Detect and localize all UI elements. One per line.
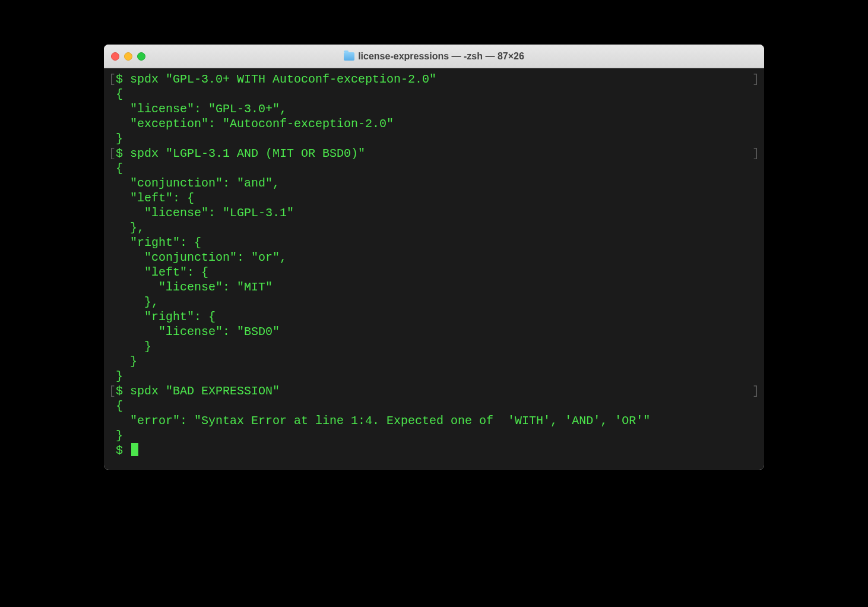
terminal-line: $ (109, 443, 759, 458)
terminal-line: } (109, 369, 759, 384)
terminal-line: [$ spdx "LGPL-3.1 AND (MIT OR BSD0)"] (109, 146, 759, 161)
output-text: }, (109, 220, 144, 235)
bracket-right: ] (752, 384, 759, 399)
output-text: "left": { (109, 191, 194, 206)
output-text: } (109, 131, 123, 146)
output-text: "conjunction": "or", (109, 250, 287, 265)
terminal-line: }, (109, 295, 759, 309)
output-text: } (109, 428, 123, 443)
output-text: "right": { (109, 309, 216, 324)
terminal-line: "license": "GPL-3.0+", (109, 102, 759, 116)
bracket-right: ] (752, 146, 759, 161)
bracket-right: ] (752, 72, 759, 87)
output-text: { (109, 399, 123, 413)
output-text: "left": { (109, 265, 208, 280)
minimize-button[interactable] (124, 52, 132, 61)
output-text: { (109, 87, 123, 102)
output-text: "error": "Syntax Error at line 1:4. Expe… (109, 413, 650, 428)
output-text: "license": "GPL-3.0+", (109, 102, 287, 116)
terminal-line: "exception": "Autoconf-exception-2.0" (109, 116, 759, 131)
close-button[interactable] (111, 52, 119, 61)
bracket-left: [ (109, 72, 116, 87)
terminal-line: [$ spdx "GPL-3.0+ WITH Autoconf-exceptio… (109, 72, 759, 87)
terminal-line: "right": { (109, 235, 759, 250)
output-text: }, (109, 295, 159, 309)
terminal-line: { (109, 87, 759, 102)
terminal-line: "license": "BSD0" (109, 324, 759, 339)
output-text: "conjunction": "and", (109, 176, 280, 191)
terminal-line: } (109, 131, 759, 146)
terminal-line: { (109, 161, 759, 176)
output-text: "right": { (109, 235, 201, 250)
maximize-button[interactable] (137, 52, 145, 61)
titlebar[interactable]: license-expressions — -zsh — 87×26 (104, 45, 764, 68)
output-text: "exception": "Autoconf-exception-2.0" (109, 116, 394, 131)
output-text: { (109, 161, 123, 176)
bracket-left: [ (109, 146, 116, 161)
terminal-line: } (109, 428, 759, 443)
command-text: $ spdx "LGPL-3.1 AND (MIT OR BSD0)" (116, 146, 365, 161)
terminal-line: "license": "MIT" (109, 280, 759, 295)
terminal-line: "left": { (109, 265, 759, 280)
traffic-lights (111, 52, 145, 61)
output-text: "license": "LGPL-3.1" (109, 206, 294, 220)
terminal-line: "conjunction": "or", (109, 250, 759, 265)
terminal-line: "license": "LGPL-3.1" (109, 206, 759, 220)
output-text: } (109, 354, 137, 369)
command-text: $ spdx "BAD EXPRESSION" (116, 384, 280, 399)
terminal-line: }, (109, 220, 759, 235)
command-text: $ spdx "GPL-3.0+ WITH Autoconf-exception… (116, 72, 436, 87)
terminal-line: "right": { (109, 309, 759, 324)
output-text: "license": "MIT" (109, 280, 273, 295)
output-text: } (109, 339, 151, 354)
cursor (131, 443, 138, 456)
terminal-body[interactable]: [$ spdx "GPL-3.0+ WITH Autoconf-exceptio… (104, 68, 764, 470)
terminal-line: "conjunction": "and", (109, 176, 759, 191)
terminal-line: [$ spdx "BAD EXPRESSION"] (109, 384, 759, 399)
output-text: } (109, 369, 123, 384)
title-container: license-expressions — -zsh — 87×26 (104, 51, 764, 62)
prompt-text: $ (109, 443, 130, 458)
terminal-window: license-expressions — -zsh — 87×26 [$ sp… (104, 45, 764, 470)
terminal-line: { (109, 399, 759, 413)
output-text: "license": "BSD0" (109, 324, 280, 339)
window-title: license-expressions — -zsh — 87×26 (358, 51, 524, 62)
terminal-line: } (109, 339, 759, 354)
terminal-line: } (109, 354, 759, 369)
terminal-line: "error": "Syntax Error at line 1:4. Expe… (109, 413, 759, 428)
bracket-left: [ (109, 384, 116, 399)
terminal-line: "left": { (109, 191, 759, 206)
folder-icon (344, 52, 354, 61)
